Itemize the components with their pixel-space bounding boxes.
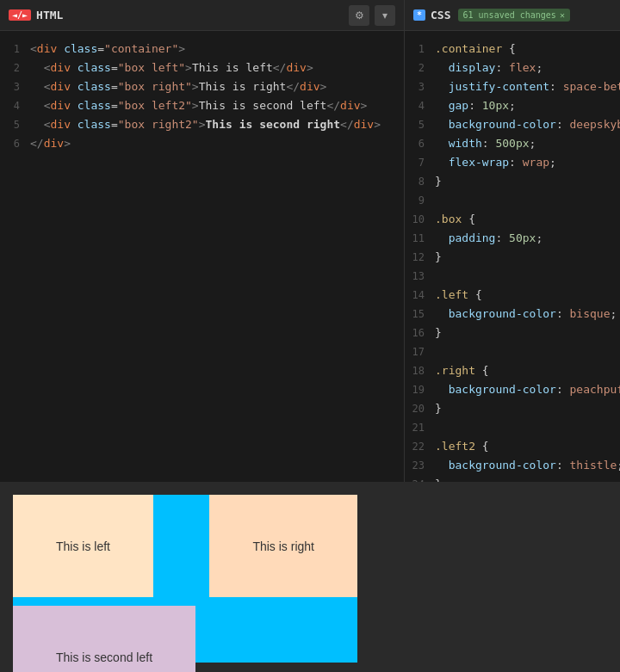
code-line: 12} bbox=[405, 248, 620, 267]
code-line: 21 bbox=[405, 418, 620, 437]
code-line: 19 background-color: peachpuff; bbox=[405, 380, 620, 399]
demo-box-left: This is left bbox=[13, 495, 153, 597]
code-line: 23 background-color: thistle; bbox=[405, 456, 620, 475]
code-line: 10.box { bbox=[405, 210, 620, 229]
code-line: 9 bbox=[405, 191, 620, 210]
css-tab-bar: * CSS 61 unsaved changes ✕ bbox=[405, 0, 620, 31]
demo-box-right: This is right bbox=[209, 495, 357, 597]
code-line: 20} bbox=[405, 399, 620, 418]
code-line: 1 <div class="container"> bbox=[0, 40, 404, 59]
html-tab-label: HTML bbox=[36, 9, 63, 22]
code-line: 8} bbox=[405, 172, 620, 191]
code-line: 24} bbox=[405, 475, 620, 482]
code-line: 15 background-color: bisque; bbox=[405, 305, 620, 324]
html-icon: ◄/► bbox=[9, 9, 31, 21]
chevron-down-button[interactable]: ▾ bbox=[375, 5, 395, 26]
tab-actions: ⚙ ▾ bbox=[349, 5, 395, 26]
css-icon: * bbox=[413, 9, 425, 21]
code-line: 2 <div class="box left">This is left</di… bbox=[0, 59, 404, 77]
code-line: 5 background-color: deepskyblue; bbox=[405, 115, 620, 134]
code-line: 11 padding: 50px; bbox=[405, 229, 620, 248]
html-tab[interactable]: ◄/► HTML bbox=[9, 9, 63, 22]
css-panel: * CSS 61 unsaved changes ✕ 1.container {… bbox=[405, 0, 620, 482]
html-panel: ◄/► HTML ⚙ ▾ 1 <div class="container"> 2… bbox=[0, 0, 405, 482]
code-line: 2 display: flex; bbox=[405, 59, 620, 77]
code-line: 13 bbox=[405, 267, 620, 286]
code-line: 1.container { bbox=[405, 40, 620, 59]
preview-area: This is left This is right This is secon… bbox=[0, 482, 620, 672]
unsaved-close-button[interactable]: ✕ bbox=[560, 10, 565, 20]
code-line: 6 width: 500px; bbox=[405, 134, 620, 153]
code-line: 6 </div> bbox=[0, 134, 404, 153]
code-line: 3 <div class="box right">This is right</… bbox=[0, 77, 404, 96]
css-code-area[interactable]: 1.container { 2 display: flex; 3 justify… bbox=[405, 31, 620, 482]
demo-text-left2: This is second left bbox=[56, 650, 152, 664]
code-line: 18.right { bbox=[405, 361, 620, 380]
code-line: 14.left { bbox=[405, 286, 620, 305]
code-line: 22.left2 { bbox=[405, 437, 620, 456]
html-code-area[interactable]: 1 <div class="container"> 2 <div class="… bbox=[0, 31, 404, 482]
unsaved-badge: 61 unsaved changes ✕ bbox=[458, 9, 570, 22]
demo-text-left: This is left bbox=[56, 539, 110, 553]
code-line: 7 flex-wrap: wrap; bbox=[405, 153, 620, 172]
code-line: 4 gap: 10px; bbox=[405, 96, 620, 115]
demo-container: This is left This is right This is secon… bbox=[13, 495, 357, 663]
css-tab-label: CSS bbox=[431, 9, 450, 22]
code-line: 17 bbox=[405, 342, 620, 361]
unsaved-count: 61 unsaved changes bbox=[463, 10, 556, 20]
editor-area: ◄/► HTML ⚙ ▾ 1 <div class="container"> 2… bbox=[0, 0, 620, 482]
code-line: 3 justify-content: space-between; bbox=[405, 77, 620, 96]
css-tab[interactable]: * CSS bbox=[413, 9, 451, 22]
html-tab-bar: ◄/► HTML ⚙ ▾ bbox=[0, 0, 404, 31]
demo-text-right: This is right bbox=[252, 539, 314, 553]
demo-box-left2: This is second left bbox=[13, 606, 195, 672]
code-line: 5 <div class="box right2">This is second… bbox=[0, 115, 404, 134]
code-line: 4 <div class="box left2">This is second … bbox=[0, 96, 404, 115]
code-line: 16} bbox=[405, 324, 620, 342]
settings-button[interactable]: ⚙ bbox=[349, 5, 369, 26]
